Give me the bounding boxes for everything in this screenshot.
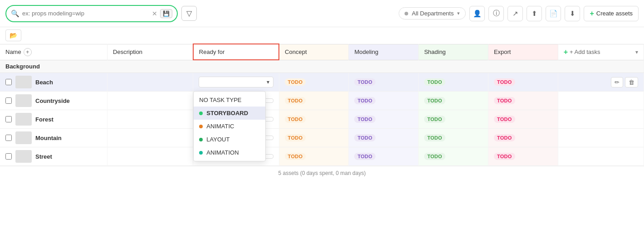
main-toolbar: 🔍 ✕ 💾 ▽ All Departments ▾ 👤 ⓘ ↗ ⬆ 📄 ⬇ + … — [0, 0, 644, 27]
edit-row-button[interactable]: ✏ — [611, 77, 623, 87]
search-icon: 🔍 — [11, 10, 20, 18]
add-tasks-button[interactable]: + + Add tasks — [564, 48, 600, 56]
concept-todo-badge: TODO — [285, 134, 306, 141]
col-modeling-label: Modeling — [354, 49, 378, 55]
add-tasks-plus-icon: + — [564, 48, 568, 56]
modeling-todo-badge: TODO — [354, 97, 376, 104]
row-shading-cell: TODO — [419, 147, 488, 166]
row-actions-cell: ✏ 🗑 — [558, 73, 644, 92]
shading-todo-badge: TODO — [424, 153, 445, 160]
export-button[interactable]: ↗ — [507, 6, 523, 21]
shading-todo-badge: TODO — [424, 97, 445, 104]
animatic-label: ANIMATIC — [206, 123, 234, 130]
search-clear-icon[interactable]: ✕ — [152, 10, 157, 17]
assets-summary: 5 assets (0 days spent, 0 man days) — [278, 170, 366, 176]
create-assets-label: Create assets — [596, 10, 633, 17]
th-name: Name + — [0, 44, 107, 60]
table-scroll-container[interactable]: Name + Description Ready for Concept Mod… — [0, 44, 644, 166]
filter-button[interactable]: ▽ — [181, 6, 197, 21]
table-header-row: Name + Description Ready for Concept Mod… — [0, 44, 644, 60]
create-plus-icon: + — [590, 10, 594, 18]
dropdown-item-animatic[interactable]: ANIMATIC — [194, 120, 265, 133]
concept-todo-badge: TODO — [285, 153, 306, 160]
dropdown-item-no-task-type[interactable]: NO TASK TYPE — [194, 93, 265, 107]
chevron-down-icon: ▾ — [457, 10, 460, 16]
export-todo-badge: TODO — [494, 134, 515, 141]
export-icon: ↗ — [512, 10, 518, 18]
search-save-button[interactable]: 💾 — [160, 9, 172, 18]
th-add-tasks: + + Add tasks ▾ — [558, 44, 644, 60]
row-export-cell: TODO — [488, 147, 558, 166]
layout-color-dot — [199, 138, 203, 141]
asset-name: Beach — [35, 79, 53, 86]
asset-thumbnail — [15, 76, 32, 88]
collapse-button[interactable]: ▾ — [635, 49, 638, 55]
folder-button[interactable]: 📂 — [5, 29, 21, 41]
export-todo-badge: TODO — [494, 116, 515, 123]
info-icon: ⓘ — [493, 9, 500, 18]
search-box: 🔍 ✕ 💾 — [5, 5, 178, 22]
row-export-cell: TODO — [488, 110, 558, 129]
ready-for-dropdown[interactable]: ▾ — [199, 77, 273, 87]
row-actions-cell — [558, 110, 644, 129]
row-modeling-cell: TODO — [349, 92, 419, 110]
file-button[interactable]: 📄 — [546, 6, 561, 21]
th-concept: Concept — [279, 44, 349, 60]
row-checkbox[interactable] — [5, 116, 12, 122]
table-footer: 5 assets (0 days spent, 0 man days) — [0, 166, 644, 180]
dropdown-item-layout[interactable]: LAYOUT — [194, 133, 265, 146]
dropdown-item-animation[interactable]: ANIMATION — [194, 146, 265, 159]
asset-name: Street — [35, 153, 52, 160]
dept-status-dot — [405, 12, 408, 15]
task-type-dropdown-menu: NO TASK TYPE STORYBOARD ANIMATIC — [193, 91, 266, 161]
dropdown-scroll[interactable]: NO TASK TYPE STORYBOARD ANIMATIC — [194, 93, 265, 159]
file-icon: 📄 — [549, 10, 558, 18]
asset-thumbnail — [15, 150, 32, 163]
filter-icon: ▽ — [186, 9, 192, 18]
row-checkbox[interactable] — [5, 79, 12, 85]
add-tasks-label: + Add tasks — [570, 49, 600, 55]
row-checkbox[interactable] — [5, 97, 12, 104]
secondary-toolbar: 📂 — [0, 27, 644, 44]
row-checkbox[interactable] — [5, 153, 12, 160]
shading-todo-badge: TODO — [424, 116, 445, 123]
search-input[interactable] — [22, 10, 149, 17]
dropdown-item-storyboard[interactable]: STORYBOARD — [194, 107, 265, 120]
animatic-color-dot — [199, 125, 203, 128]
row-desc-cell — [107, 92, 193, 110]
row-desc-cell — [107, 110, 193, 129]
create-assets-button[interactable]: + Create assets — [584, 6, 639, 21]
th-modeling: Modeling — [349, 44, 419, 60]
row-desc-cell — [107, 129, 193, 147]
concept-todo-badge: TODO — [285, 78, 306, 86]
upload-button[interactable]: ⬆ — [527, 6, 542, 21]
row-checkbox[interactable] — [5, 135, 12, 141]
add-name-button[interactable]: + — [24, 48, 32, 56]
row-export-cell: TODO — [488, 129, 558, 147]
row-export-cell: TODO — [488, 92, 558, 110]
layout-label: LAYOUT — [206, 136, 229, 143]
table-row: Mountain TODO TODO TODO — [0, 129, 644, 147]
department-dropdown[interactable]: All Departments ▾ — [399, 7, 466, 19]
upload-icon: ⬆ — [532, 10, 537, 18]
row-name-cell: Forest — [0, 110, 107, 129]
asset-name: Mountain — [35, 135, 62, 141]
row-desc-cell — [107, 147, 193, 166]
th-export: Export — [488, 44, 558, 60]
row-concept-cell: TODO — [279, 92, 349, 110]
delete-row-button[interactable]: 🗑 — [625, 77, 638, 87]
col-export-label: Export — [494, 49, 511, 55]
row-modeling-cell: TODO — [349, 147, 419, 166]
person-button[interactable]: 👤 — [469, 6, 485, 21]
download-button[interactable]: ⬇ — [565, 6, 580, 21]
info-button[interactable]: ⓘ — [488, 6, 504, 21]
row-modeling-cell: TODO — [349, 129, 419, 147]
table-row: Forest TODO TODO TODO — [0, 110, 644, 129]
row-shading-cell: TODO — [419, 92, 488, 110]
shading-todo-badge: TODO — [424, 134, 445, 141]
export-todo-badge: TODO — [494, 153, 515, 160]
modeling-todo-badge: TODO — [354, 153, 376, 160]
asset-thumbnail — [15, 113, 32, 126]
th-description: Description — [107, 44, 193, 60]
col-ready-label: Ready for — [199, 49, 224, 55]
